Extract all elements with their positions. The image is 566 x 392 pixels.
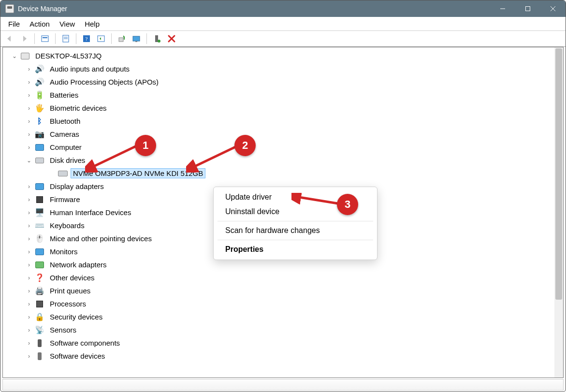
help-button[interactable]: ? (80, 32, 93, 45)
speaker-icon: 🔊 (35, 64, 44, 74)
tree-category-0[interactable]: ›🔊Audio inputs and outputs (4, 62, 563, 75)
tree-label[interactable]: Print queues (47, 286, 93, 296)
twisty-icon[interactable]: › (25, 248, 33, 256)
tree-label[interactable]: Keyboards (47, 220, 87, 231)
tree-label[interactable]: Cameras (47, 129, 82, 139)
twisty-icon[interactable]: › (25, 235, 33, 243)
tree-label[interactable]: Bluetooth (47, 116, 83, 126)
tree-category-7[interactable]: ⌄Disk drives (4, 154, 563, 167)
show-hidden-button[interactable] (39, 32, 51, 45)
tree-label[interactable]: Processors (47, 299, 88, 309)
tree-label[interactable]: Display adapters (47, 181, 106, 191)
tree-label[interactable]: Network adapters (47, 260, 109, 270)
tree-label[interactable]: Other devices (47, 273, 97, 283)
disk-icon (35, 156, 44, 165)
tree-label[interactable]: Monitors (47, 247, 80, 257)
minimize-button[interactable] (490, 0, 515, 17)
tree-label[interactable]: NVMe OM3PDP3-AD NVMe KDI 512GB (71, 168, 205, 178)
tree-label[interactable]: Computer (47, 142, 84, 152)
tree-label[interactable]: Batteries (47, 90, 81, 100)
twisty-icon[interactable]: › (25, 287, 33, 295)
context-item-3[interactable]: Scan for hardware changes (214, 223, 377, 238)
twisty-icon[interactable]: › (25, 222, 33, 230)
menu-action[interactable]: Action (25, 19, 55, 29)
back-button[interactable] (3, 32, 16, 45)
svg-rect-4 (42, 36, 48, 42)
tree-category-19[interactable]: ›📡Sensors (4, 323, 563, 336)
menu-view[interactable]: View (55, 19, 80, 29)
action-button[interactable] (95, 32, 107, 45)
tree-category-17[interactable]: ›Processors (4, 297, 563, 310)
softc-icon (35, 338, 44, 348)
scrollbar-thumb[interactable] (555, 48, 562, 300)
context-item-5[interactable]: Properties (214, 242, 377, 257)
menubar: File Action View Help (0, 17, 566, 30)
tree-category-4[interactable]: ›ᛒBluetooth (4, 115, 563, 128)
forward-button[interactable] (18, 32, 30, 45)
twisty-icon[interactable]: › (25, 339, 33, 347)
tree-label[interactable]: Sensors (47, 325, 79, 335)
tree-category-2[interactable]: ›🔋Batteries (4, 88, 563, 102)
tree-category-15[interactable]: ›❓Other devices (4, 271, 563, 284)
enable-device-button[interactable] (151, 32, 163, 45)
annotation-circle-1: 1 (135, 135, 156, 156)
twisty-icon[interactable]: › (25, 274, 33, 282)
cpu-icon (35, 299, 44, 309)
twisty-icon[interactable]: ⌄ (11, 52, 18, 60)
tree-label[interactable]: DESKTOP-4L537JQ (33, 51, 104, 61)
menu-help[interactable]: Help (80, 19, 104, 29)
maximize-button[interactable] (515, 0, 540, 17)
tree-device-7-0[interactable]: NVMe OM3PDP3-AD NVMe KDI 512GB (4, 167, 563, 180)
menu-file[interactable]: File (3, 19, 25, 29)
close-button[interactable] (540, 0, 566, 17)
disk-item-icon (58, 169, 68, 178)
twisty-icon[interactable]: › (25, 313, 33, 321)
tree-category-21[interactable]: ›Software devices (4, 349, 563, 363)
context-separator (218, 240, 373, 240)
tree-label[interactable]: Disk drives (47, 155, 87, 165)
tree-category-6[interactable]: ›Computer (4, 141, 563, 154)
tree-label[interactable]: Audio Processing Objects (APOs) (47, 77, 161, 87)
tree-category-20[interactable]: ›Software components (4, 336, 563, 349)
uninstall-device-button[interactable] (165, 32, 178, 45)
twisty-icon[interactable]: › (25, 209, 33, 217)
twisty-icon[interactable]: › (25, 78, 33, 86)
app-icon (5, 4, 14, 13)
twisty-icon[interactable]: › (25, 352, 33, 360)
twisty-icon[interactable]: › (25, 144, 33, 151)
twisty-icon[interactable]: › (25, 117, 33, 125)
tree-category-5[interactable]: ›📷Cameras (4, 128, 563, 141)
tree-category-18[interactable]: ›🔒Security devices (4, 310, 563, 323)
hid-icon: 🖥️ (35, 208, 44, 218)
svg-rect-14 (133, 36, 140, 41)
twisty-icon[interactable]: ⌄ (25, 157, 33, 164)
sensor-icon: 📡 (35, 325, 44, 335)
twisty-icon[interactable]: › (25, 104, 33, 112)
tree-category-14[interactable]: ›Network adapters (4, 258, 563, 271)
twisty-icon[interactable]: › (25, 300, 33, 308)
tree-label[interactable]: Firmware (47, 194, 83, 204)
twisty-icon[interactable]: › (25, 183, 33, 190)
tree-label[interactable]: Software components (47, 338, 122, 348)
scan-hardware-button[interactable] (130, 32, 143, 45)
properties-button[interactable] (59, 32, 72, 45)
tree-label[interactable]: Human Interface Devices (47, 207, 133, 218)
tree-category-1[interactable]: ›🔊Audio Processing Objects (APOs) (4, 75, 563, 88)
tree-label[interactable]: Software devices (47, 351, 107, 361)
twisty-icon[interactable]: › (25, 326, 33, 334)
printer-icon: 🖨️ (35, 286, 44, 296)
twisty-icon[interactable]: › (25, 196, 33, 203)
tree-label[interactable]: Mice and other pointing devices (47, 233, 154, 244)
twisty-icon[interactable]: › (25, 261, 33, 269)
twisty-icon[interactable]: › (25, 131, 33, 138)
scrollbar[interactable] (554, 47, 563, 377)
tree-label[interactable]: Audio inputs and outputs (47, 64, 132, 74)
tree-category-16[interactable]: ›🖨️Print queues (4, 284, 563, 297)
tree-label[interactable]: Biometric devices (47, 103, 109, 113)
tree-category-3[interactable]: ›🖐️Biometric devices (4, 102, 563, 115)
tree-label[interactable]: Security devices (47, 312, 105, 322)
twisty-icon[interactable]: › (25, 65, 33, 73)
update-driver-button[interactable] (116, 32, 128, 45)
twisty-icon[interactable]: › (25, 91, 33, 99)
tree-root[interactable]: ⌄DESKTOP-4L537JQ (4, 49, 563, 62)
